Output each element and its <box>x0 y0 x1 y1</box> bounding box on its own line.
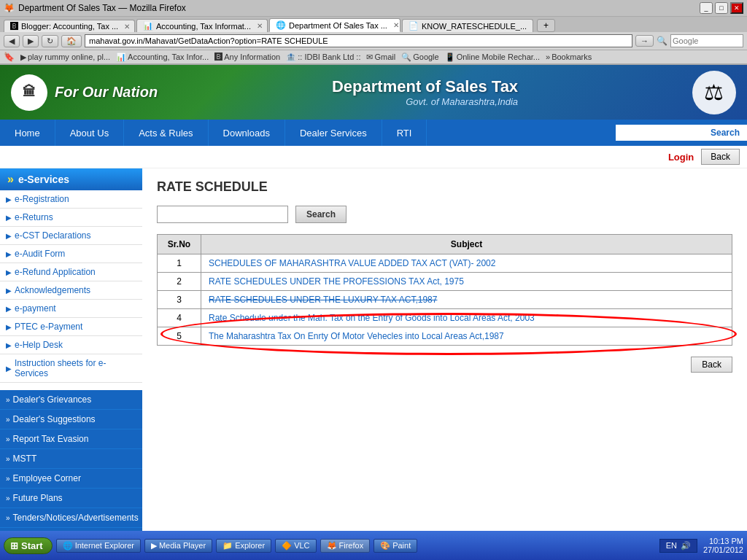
bookmark-item-1[interactable]: 📊 Accounting, Tax Infor... <box>116 52 209 62</box>
top-action-bar: Login Back <box>0 146 747 168</box>
tab-1-icon: 📊 <box>143 21 153 31</box>
nav-search-btn[interactable]: Search <box>703 125 747 141</box>
start-button[interactable]: ⊞ Start <box>4 537 53 554</box>
sidebar-item-instruction[interactable]: ▶ Instruction sheets for e-Services <box>0 354 142 383</box>
bookmarks-icon: 🔖 <box>4 52 15 62</box>
bookmark-item-0[interactable]: ▶ play rummy online, pl... <box>20 52 110 62</box>
table-wrapper: Sr.No Subject 1 SCHEDULES OF MAHARASHTRA… <box>157 234 732 346</box>
table-cell-subject-3[interactable]: RATE SCHEDULES UNDER THE LUXURY TAX ACT,… <box>201 291 732 309</box>
nav-acts[interactable]: Acts & Rules <box>124 120 208 146</box>
home-btn[interactable]: 🏠 <box>61 35 82 47</box>
table-cell-subject-2[interactable]: RATE SCHEDULES UNDER THE PROFESSIONS TAX… <box>201 273 732 291</box>
table-cell-subject-1[interactable]: SCHEDULES OF MAHARASHTRA VALUE ADDED TAX… <box>201 254 732 273</box>
header-govt: Govt. of Maharashtra,India <box>332 96 518 107</box>
bookmark-item-4[interactable]: ✉ Gmail <box>366 52 395 62</box>
arrow-icon-2: ▶ <box>6 232 12 240</box>
sidebar-bottom-label-3: MSTT <box>13 454 37 464</box>
sidebar-item-ereturns[interactable]: ▶ e-Returns <box>0 209 142 227</box>
bookmark-item-3[interactable]: 🏦 :: IDBI Bank Ltd :: <box>286 52 360 62</box>
tab-2-close[interactable]: ✕ <box>393 21 399 29</box>
nav-about[interactable]: About Us <box>55 120 124 146</box>
browser-tab-1[interactable]: 📊 Accounting, Tax Informat... ✕ <box>136 19 268 32</box>
sidebar-header-label: e-Services <box>18 174 69 185</box>
sidebar-item-future[interactable]: » Future Plans <box>0 489 142 508</box>
minimize-btn[interactable]: _ <box>700 2 713 14</box>
browser-search-input[interactable] <box>670 34 743 47</box>
sidebar-item-tenders[interactable]: » Tenders/Notices/Advertisements <box>0 508 142 528</box>
sidebar-item-grievances[interactable]: » Dealer's Grievances <box>0 390 142 410</box>
nav-search-input[interactable] <box>616 125 703 141</box>
nav-rti[interactable]: RTI <box>382 120 427 146</box>
tab-0-close[interactable]: ✕ <box>124 23 130 31</box>
taskbar-program-ie[interactable]: 🌐 Internet Explorer <box>56 539 141 553</box>
table-cell-sr-3: 3 <box>158 291 201 309</box>
nav-search-area: Search <box>616 120 747 146</box>
sidebar-item-ecst[interactable]: ▶ e-CST Declarations <box>0 227 142 245</box>
sidebar-item-employee[interactable]: » Employee Corner <box>0 469 142 489</box>
firefox-icon: 🦊 <box>327 541 337 551</box>
taskbar-program-paint[interactable]: 🎨 Paint <box>374 539 417 553</box>
forward-nav-btn[interactable]: ▶ <box>23 35 39 47</box>
arrow-icon-9: ▶ <box>6 365 12 373</box>
subject-link-5[interactable]: The Maharashtra Tax On Enrty Of Motor Ve… <box>209 331 504 341</box>
browser-tab-3[interactable]: 📄 KNOW_RATESCHEDULE_... ✕ <box>402 19 533 32</box>
sidebar-item-ehelp[interactable]: ▶ e-Help Desk <box>0 336 142 354</box>
sidebar-item-erefund[interactable]: ▶ e-Refund Application <box>0 263 142 281</box>
subject-link-1[interactable]: SCHEDULES OF MAHARASHTRA VALUE ADDED TAX… <box>209 258 495 268</box>
sidebar-item-report-tax[interactable]: » Report Tax Evasion <box>0 429 142 449</box>
rate-search-btn[interactable]: Search <box>295 206 347 223</box>
bookmark-item-6[interactable]: 📱 Online Mobile Rechar... <box>445 52 540 62</box>
browser-tab-0[interactable]: 🅱 Blogger: Accounting, Tax ... ✕ <box>4 20 135 32</box>
table-cell-subject-5[interactable]: The Maharashtra Tax On Enrty Of Motor Ve… <box>201 327 732 346</box>
back-nav-btn[interactable]: ◀ <box>4 35 20 47</box>
go-btn[interactable]: → <box>635 35 654 47</box>
sidebar-item-suggestions[interactable]: » Dealer's Suggestions <box>0 410 142 429</box>
tab-3-close[interactable]: ✕ <box>533 22 533 30</box>
browser-toolbar: ◀ ▶ ↻ 🏠 → 🔍 <box>0 32 747 50</box>
browser-tab-2[interactable]: 🌐 Department Of Sales Tax ... ✕ <box>269 18 400 32</box>
main-layout: » e-Services ▶ e-Registration ▶ e-Return… <box>0 168 747 548</box>
sidebar-item-eaudit[interactable]: ▶ e-Audit Form <box>0 245 142 263</box>
nav-home[interactable]: Home <box>0 120 55 146</box>
bookmark-item-2[interactable]: 🅱 Any Information <box>214 52 280 61</box>
bookmarks-more[interactable]: » Bookmarks <box>546 52 592 61</box>
nav-dealer-services[interactable]: Dealer Services <box>285 120 382 146</box>
eservices-icon: » <box>7 173 14 186</box>
sidebar-item-mstt[interactable]: » MSTT <box>0 449 142 469</box>
sidebar-item-epayment[interactable]: ▶ e-payment <box>0 300 142 318</box>
login-link[interactable]: Login <box>668 152 694 163</box>
subject-link-4[interactable]: Rate Schedule under the Mah. Tax on the … <box>209 313 535 323</box>
sidebar-item-acknowledgements[interactable]: ▶ Acknowledgements <box>0 281 142 300</box>
taskbar-program-explorer[interactable]: 📁 Explorer <box>216 539 271 553</box>
media-icon: ▶ <box>151 541 157 551</box>
arrow-icon-b3: » <box>6 455 10 463</box>
maximize-btn[interactable]: □ <box>715 2 728 14</box>
taskbar-program-firefox[interactable]: 🦊 Firefox <box>320 539 371 553</box>
back-button-top[interactable]: Back <box>701 149 740 165</box>
browser-tab-bar: 🅱 Blogger: Accounting, Tax ... ✕ 📊 Accou… <box>0 17 747 32</box>
reload-btn[interactable]: ↻ <box>42 35 58 47</box>
sidebar-item-label-6: e-payment <box>15 303 56 314</box>
rate-search-input[interactable] <box>157 206 288 223</box>
address-bar[interactable] <box>85 34 632 47</box>
table-row-4: 4 Rate Schedule under the Mah. Tax on th… <box>158 309 732 327</box>
sidebar-item-ptec[interactable]: ▶ PTEC e-Payment <box>0 318 142 336</box>
arrow-icon-b2: » <box>6 435 10 443</box>
sidebar-item-eregistration[interactable]: ▶ e-Registration <box>0 190 142 209</box>
bookmark-item-5[interactable]: 🔍 Google <box>401 52 438 62</box>
back-button-bottom[interactable]: Back <box>691 357 732 373</box>
subject-link-3[interactable]: RATE SCHEDULES UNDER THE LUXURY TAX ACT,… <box>209 295 437 305</box>
new-tab-btn[interactable]: + <box>537 19 555 32</box>
taskbar-program-vlc[interactable]: 🔶 VLC <box>275 539 316 553</box>
search-area: Search <box>157 206 732 223</box>
ie-icon: 🌐 <box>63 541 73 551</box>
taskbar-right: EN 🔊 10:13 PM 27/01/2012 <box>659 537 743 554</box>
close-btn[interactable]: ✕ <box>730 2 743 14</box>
subject-link-2[interactable]: RATE SCHEDULES UNDER THE PROFESSIONS TAX… <box>209 276 464 287</box>
tab-1-close[interactable]: ✕ <box>257 22 263 30</box>
nav-downloads[interactable]: Downloads <box>209 120 285 146</box>
table-cell-sr-2: 2 <box>158 273 201 291</box>
table-cell-subject-4[interactable]: Rate Schedule under the Mah. Tax on the … <box>201 309 732 327</box>
taskbar-program-mediaplayer[interactable]: ▶ Media Player <box>144 539 212 553</box>
page: 🏛 For Our Nation Department of Sales Tax… <box>0 65 747 560</box>
